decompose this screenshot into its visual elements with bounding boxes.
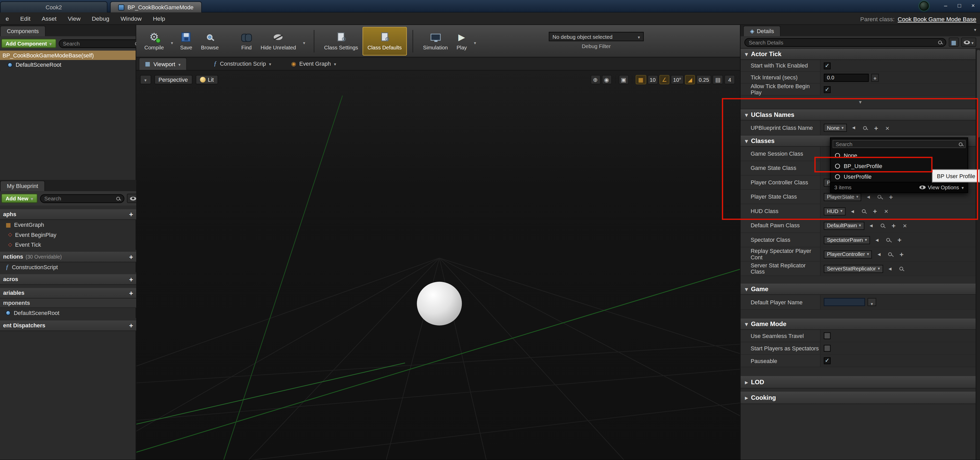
class-dropdown[interactable]: SpectatorPawn bbox=[824, 236, 870, 244]
picker-item-none[interactable]: None bbox=[831, 150, 967, 160]
lit-mode-button[interactable]: Lit bbox=[195, 75, 218, 84]
use-selected-asset-button[interactable] bbox=[867, 221, 875, 229]
details-search[interactable] bbox=[744, 38, 946, 46]
text-options-dropdown[interactable] bbox=[867, 298, 876, 306]
save-button[interactable]: Save bbox=[176, 27, 197, 56]
class-dropdown[interactable]: None bbox=[824, 124, 847, 132]
add-element-button[interactable] bbox=[889, 221, 898, 229]
add-component-button[interactable]: Add Component bbox=[1, 39, 56, 48]
category-uclass-names[interactable]: UClass Names bbox=[741, 109, 980, 121]
details-scrollbar[interactable] bbox=[975, 49, 980, 460]
window-tab-bp-cookbookgamemode[interactable]: BP_CookBookGameMode bbox=[110, 1, 202, 13]
close-button[interactable]: × bbox=[966, 0, 980, 11]
components-search[interactable] bbox=[59, 39, 143, 48]
clear-button[interactable] bbox=[883, 124, 892, 132]
picker-search-input[interactable] bbox=[836, 141, 956, 147]
use-selected-asset-button[interactable] bbox=[873, 236, 881, 244]
surface-snap-icon[interactable]: ⊕ bbox=[590, 75, 600, 84]
tab-details[interactable]: ◈ Details bbox=[743, 25, 781, 36]
components-search-input[interactable] bbox=[63, 40, 132, 46]
sidebar-item-constructionscript[interactable]: ƒ ConstructionScript bbox=[0, 262, 136, 273]
class-dropdown[interactable]: PlayerController bbox=[824, 250, 872, 258]
scrollbar-thumb[interactable] bbox=[977, 50, 980, 137]
checkbox-unchecked[interactable] bbox=[824, 332, 831, 339]
window-tab-cook2[interactable]: Cook2 bbox=[0, 1, 108, 13]
use-selected-asset-button[interactable] bbox=[864, 193, 873, 201]
scale-snap-value[interactable]: 0.25 bbox=[696, 75, 711, 84]
mirror-icon[interactable]: ▣ bbox=[618, 75, 629, 84]
menu-item-edit[interactable]: Edit bbox=[14, 15, 36, 22]
3d-viewport[interactable]: Perspective Lit ⊕ ◉ ▣ ▦ 10 ∠ 10° ◢ 0.25 bbox=[136, 71, 740, 460]
browse-asset-button[interactable] bbox=[875, 193, 884, 201]
tab-event-graph[interactable]: ◉ Event Graph bbox=[286, 57, 342, 70]
class-dropdown[interactable]: HUD bbox=[824, 207, 845, 215]
grid-snap-value[interactable]: 10 bbox=[647, 75, 658, 84]
viewport-options-button[interactable] bbox=[140, 75, 151, 84]
category-cooking[interactable]: Cooking bbox=[741, 392, 980, 404]
minimize-button[interactable]: – bbox=[939, 0, 953, 11]
camera-speed-value[interactable]: 4 bbox=[724, 75, 735, 84]
play-button[interactable]: ▶ Play bbox=[452, 27, 471, 56]
menu-item-window[interactable]: Window bbox=[115, 15, 147, 22]
tab-viewport[interactable]: ▦ Viewport bbox=[139, 57, 187, 70]
camera-speed-icon[interactable]: ▤ bbox=[713, 75, 723, 84]
value-spinner[interactable] bbox=[871, 73, 879, 81]
sphere-mesh[interactable] bbox=[417, 282, 462, 325]
browse-button[interactable]: Browse bbox=[197, 27, 223, 56]
sidebar-item-event-beginplay[interactable]: Event BeginPlay bbox=[0, 230, 136, 240]
add-element-button[interactable] bbox=[887, 193, 896, 201]
component-row-self[interactable]: BP_CookBookGameModeBase(self) bbox=[0, 51, 135, 60]
menu-item-view[interactable]: View bbox=[62, 15, 86, 22]
class-dropdown[interactable]: DefaultPawn bbox=[824, 221, 864, 229]
checkbox-checked[interactable] bbox=[824, 62, 831, 69]
my-blueprint-search[interactable] bbox=[40, 194, 124, 203]
add-element-button[interactable] bbox=[872, 124, 881, 132]
add-element-button[interactable] bbox=[895, 236, 904, 244]
panel-menu-icon[interactable] bbox=[974, 22, 976, 33]
parent-class-link[interactable]: Cook Book Game Mode Base bbox=[898, 15, 976, 22]
use-selected-asset-button[interactable] bbox=[850, 124, 858, 132]
hide-unrelated-button[interactable]: Hide Unrelated bbox=[256, 27, 301, 56]
hide-unrelated-options-button[interactable] bbox=[301, 27, 308, 56]
checkbox-checked[interactable] bbox=[824, 357, 831, 364]
sidebar-subsection-components[interactable]: mponents bbox=[0, 299, 136, 308]
sidebar-item-functions[interactable]: nctions (30 Overridable) + bbox=[0, 252, 136, 262]
scale-snap-icon[interactable]: ◢ bbox=[685, 75, 695, 84]
grid-snap-icon[interactable]: ▦ bbox=[636, 75, 646, 84]
property-matrix-icon[interactable]: ▦ bbox=[949, 38, 959, 47]
category-game[interactable]: Game bbox=[741, 284, 980, 295]
component-row-defaultsceneroot[interactable]: DefaultSceneRoot bbox=[0, 60, 135, 69]
category-lod[interactable]: LOD bbox=[741, 376, 980, 389]
tab-components[interactable]: Components bbox=[0, 25, 46, 36]
browse-asset-button[interactable] bbox=[897, 265, 906, 273]
class-defaults-button[interactable]: Class Defaults bbox=[363, 27, 407, 56]
menu-item-asset[interactable]: Asset bbox=[36, 15, 62, 22]
add-graph-button[interactable]: + bbox=[129, 211, 133, 218]
picker-search[interactable] bbox=[832, 140, 966, 148]
clear-button[interactable] bbox=[900, 221, 909, 229]
find-button[interactable]: Find bbox=[237, 27, 256, 56]
browse-asset-button[interactable] bbox=[884, 236, 892, 244]
sidebar-item-defaultsceneroot[interactable]: DefaultSceneRoot bbox=[0, 308, 136, 318]
checkbox-checked[interactable] bbox=[824, 86, 831, 93]
world-space-icon[interactable]: ◉ bbox=[601, 75, 612, 84]
tick-interval-field[interactable]: 0.0 bbox=[824, 73, 869, 81]
tab-construction-script[interactable]: ƒ Construction Scrip bbox=[208, 57, 277, 70]
use-selected-asset-button[interactable] bbox=[875, 250, 883, 258]
add-variable-button[interactable]: + bbox=[129, 290, 133, 297]
rotation-snap-value[interactable]: 10° bbox=[671, 75, 684, 84]
add-element-button[interactable] bbox=[897, 250, 906, 258]
simulation-button[interactable]: Simulation bbox=[418, 27, 452, 56]
add-dispatcher-button[interactable]: + bbox=[129, 322, 133, 329]
category-actor-tick[interactable]: Actor Tick bbox=[741, 49, 980, 60]
view-options-button[interactable]: View Options bbox=[919, 184, 964, 190]
browse-asset-button[interactable] bbox=[886, 250, 895, 258]
class-dropdown[interactable]: ServerStatReplicator bbox=[824, 265, 883, 273]
details-search-input[interactable] bbox=[749, 39, 935, 45]
browse-asset-button[interactable] bbox=[878, 221, 887, 229]
tab-my-blueprint[interactable]: My Blueprint bbox=[0, 181, 45, 191]
menu-item-file[interactable]: e bbox=[0, 15, 14, 22]
add-macro-button[interactable]: + bbox=[129, 276, 133, 283]
menu-item-debug[interactable]: Debug bbox=[86, 15, 115, 22]
rotation-snap-icon[interactable]: ∠ bbox=[659, 75, 670, 84]
